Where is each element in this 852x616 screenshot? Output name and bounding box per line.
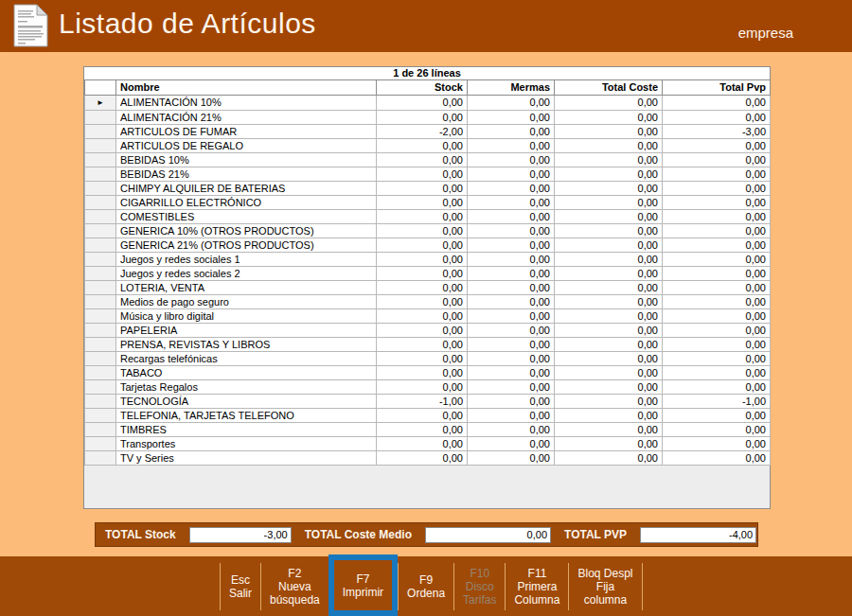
row-selector[interactable]	[85, 238, 116, 252]
cell-total-pvp[interactable]: 0,00	[663, 110, 771, 124]
cell-nombre[interactable]: PAPELERIA	[116, 323, 377, 337]
cell-total-coste[interactable]: 0,00	[555, 266, 663, 280]
cell-total-coste[interactable]: 0,00	[555, 195, 663, 209]
cell-total-coste[interactable]: 0,00	[555, 152, 663, 167]
cell-stock[interactable]: 0,00	[377, 181, 468, 195]
row-selector[interactable]	[85, 110, 116, 124]
cell-mermas[interactable]: 0,00	[468, 422, 555, 436]
cell-nombre[interactable]: CHIMPY ALQUILER DE BATERIAS	[116, 181, 377, 195]
row-selector[interactable]	[85, 266, 116, 280]
cell-total-coste[interactable]: 0,00	[555, 394, 663, 408]
row-selector[interactable]: ►	[85, 95, 116, 110]
cell-stock[interactable]: 0,00	[377, 379, 468, 394]
cell-nombre[interactable]: ALIMENTACIÓN 21%	[116, 110, 377, 124]
row-selector[interactable]	[85, 167, 116, 181]
cell-total-pvp[interactable]: 0,00	[663, 308, 771, 323]
cell-total-coste[interactable]: 0,00	[555, 436, 663, 450]
cell-total-pvp[interactable]: 0,00	[663, 138, 771, 152]
cell-nombre[interactable]: PRENSA, REVISTAS Y LIBROS	[116, 337, 377, 351]
cell-stock[interactable]: 0,00	[377, 110, 468, 124]
cell-stock[interactable]: 0,00	[377, 280, 468, 294]
cell-mermas[interactable]: 0,00	[468, 152, 555, 167]
row-selector[interactable]	[85, 252, 116, 266]
row-selector[interactable]	[85, 280, 116, 294]
cell-nombre[interactable]: Transportes	[116, 436, 377, 450]
cell-nombre[interactable]: ARTICULOS DE FUMAR	[116, 124, 377, 138]
cell-mermas[interactable]: 0,00	[468, 365, 555, 379]
cell-total-coste[interactable]: 0,00	[555, 351, 663, 365]
cell-stock[interactable]: -1,00	[377, 394, 468, 408]
cell-total-coste[interactable]: 0,00	[555, 422, 663, 436]
cell-stock[interactable]: 0,00	[377, 337, 468, 351]
cell-mermas[interactable]: 0,00	[468, 408, 555, 422]
cell-total-coste[interactable]: 0,00	[555, 223, 663, 238]
row-selector[interactable]	[85, 294, 116, 308]
cell-mermas[interactable]: 0,00	[468, 167, 555, 181]
total-pvp-field[interactable]	[640, 527, 756, 543]
row-selector[interactable]	[85, 394, 116, 408]
cell-total-coste[interactable]: 0,00	[555, 110, 663, 124]
row-selector[interactable]	[85, 209, 116, 223]
cell-total-coste[interactable]: 0,00	[555, 167, 663, 181]
row-selector[interactable]	[85, 379, 116, 394]
cell-mermas[interactable]: 0,00	[468, 195, 555, 209]
cell-total-pvp[interactable]: 0,00	[663, 450, 771, 465]
row-selector[interactable]	[85, 337, 116, 351]
cell-total-coste[interactable]: 0,00	[555, 379, 663, 394]
cell-total-pvp[interactable]: 0,00	[663, 379, 771, 394]
cell-total-pvp[interactable]: 0,00	[663, 238, 771, 252]
cell-nombre[interactable]: ALIMENTACIÓN 10%	[116, 95, 377, 110]
cell-total-pvp[interactable]: 0,00	[663, 351, 771, 365]
cell-total-coste[interactable]: 0,00	[555, 124, 663, 138]
row-selector[interactable]	[85, 351, 116, 365]
cell-nombre[interactable]: Recargas telefónicas	[116, 351, 377, 365]
row-selector[interactable]	[85, 195, 116, 209]
cell-total-coste[interactable]: 0,00	[555, 365, 663, 379]
cell-stock[interactable]: 0,00	[377, 436, 468, 450]
cell-total-pvp[interactable]: 0,00	[663, 323, 771, 337]
cell-mermas[interactable]: 0,00	[468, 294, 555, 308]
cell-total-coste[interactable]: 0,00	[555, 95, 663, 110]
cell-stock[interactable]: -2,00	[377, 124, 468, 138]
cell-mermas[interactable]: 0,00	[468, 323, 555, 337]
cell-total-coste[interactable]: 0,00	[555, 450, 663, 465]
cell-mermas[interactable]: 0,00	[468, 95, 555, 110]
cell-stock[interactable]: 0,00	[377, 323, 468, 337]
cell-nombre[interactable]: ARTICULOS DE REGALO	[116, 138, 377, 152]
cell-total-pvp[interactable]: 0,00	[663, 365, 771, 379]
cell-total-pvp[interactable]: 0,00	[663, 223, 771, 238]
cell-nombre[interactable]: Juegos y redes sociales 2	[116, 266, 377, 280]
cell-total-pvp[interactable]: 0,00	[663, 266, 771, 280]
cell-nombre[interactable]: Música y libro digital	[116, 308, 377, 323]
row-selector[interactable]	[85, 323, 116, 337]
cell-stock[interactable]: 0,00	[377, 450, 468, 465]
cell-mermas[interactable]: 0,00	[468, 110, 555, 124]
cell-nombre[interactable]: TELEFONIA, TARJETAS TELEFONO	[116, 408, 377, 422]
column-header-total-coste[interactable]: Total Coste	[555, 80, 663, 95]
cell-mermas[interactable]: 0,00	[468, 379, 555, 394]
cell-total-pvp[interactable]: -3,00	[663, 124, 771, 138]
button-f11-primera-columna[interactable]: F11PrimeraColumna	[505, 563, 568, 610]
cell-total-pvp[interactable]: 0,00	[663, 280, 771, 294]
cell-mermas[interactable]: 0,00	[468, 280, 555, 294]
cell-nombre[interactable]: COMESTIBLES	[116, 209, 377, 223]
cell-stock[interactable]: 0,00	[377, 351, 468, 365]
column-header-nombre[interactable]: Nombre	[116, 80, 377, 95]
button-bloq-despl-fija-columna[interactable]: Bloq DesplFijacolumna	[568, 563, 642, 610]
cell-total-pvp[interactable]: 0,00	[663, 252, 771, 266]
button-f2-nueva-busqueda[interactable]: F2Nuevabúsqueda	[260, 563, 328, 610]
cell-total-coste[interactable]: 0,00	[555, 252, 663, 266]
cell-mermas[interactable]: 0,00	[468, 436, 555, 450]
cell-total-coste[interactable]: 0,00	[555, 323, 663, 337]
cell-total-coste[interactable]: 0,00	[555, 138, 663, 152]
button-f7-imprimir[interactable]: F7Imprimir	[328, 554, 398, 616]
cell-stock[interactable]: 0,00	[377, 365, 468, 379]
cell-stock[interactable]: 0,00	[377, 223, 468, 238]
cell-stock[interactable]: 0,00	[377, 294, 468, 308]
cell-stock[interactable]: 0,00	[377, 252, 468, 266]
cell-total-pvp[interactable]: 0,00	[663, 167, 771, 181]
cell-total-pvp[interactable]: 0,00	[663, 195, 771, 209]
cell-nombre[interactable]: Tarjetas Regalos	[116, 379, 377, 394]
cell-total-pvp[interactable]: 0,00	[663, 436, 771, 450]
cell-total-coste[interactable]: 0,00	[555, 337, 663, 351]
